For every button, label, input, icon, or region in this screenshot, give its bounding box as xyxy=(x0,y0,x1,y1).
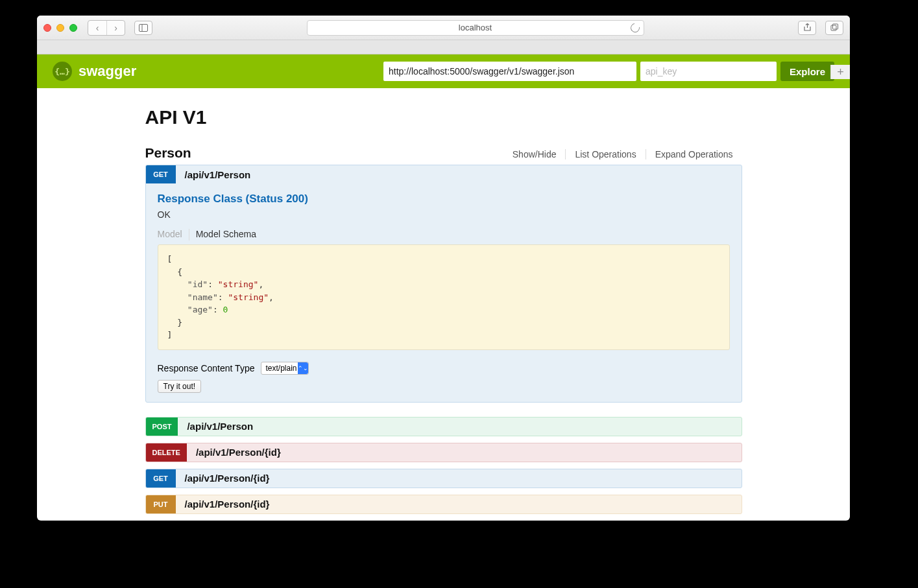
tabs-button[interactable] xyxy=(825,21,843,35)
minimize-icon[interactable] xyxy=(56,24,64,32)
tab-model[interactable]: Model xyxy=(158,229,189,241)
operations-list: POST/api/v1/PersonDELETE/api/v1/Person/{… xyxy=(145,417,742,514)
operation-path: /api/v1/Person xyxy=(178,421,253,432)
operation-get-person: GET /api/v1/Person Response Class (Statu… xyxy=(145,165,742,403)
explore-button[interactable]: Explore xyxy=(780,62,834,81)
tab-model-schema[interactable]: Model Schema xyxy=(196,229,263,241)
method-badge: DELETE xyxy=(146,443,187,462)
resource-header: Person Show/Hide List Operations Expand … xyxy=(145,145,742,161)
expand-operations-link[interactable]: Expand Operations xyxy=(646,149,742,159)
maximize-icon[interactable] xyxy=(69,24,77,32)
titlebar: ‹ › localhost xyxy=(37,16,850,40)
close-icon[interactable] xyxy=(43,24,51,32)
try-it-out-button[interactable]: Try it out! xyxy=(158,380,202,393)
operation-path: /api/v1/Person/{id} xyxy=(176,499,270,510)
operation-path: /api/v1/Person xyxy=(176,169,251,180)
operation-links: Show/Hide List Operations Expand Operati… xyxy=(503,149,742,159)
operation-row[interactable]: DELETE/api/v1/Person/{id} xyxy=(145,443,742,462)
forward-button[interactable]: › xyxy=(106,21,125,35)
method-badge: GET xyxy=(146,165,176,183)
operation-header[interactable]: GET /api/v1/Person xyxy=(146,165,742,183)
content-type-select[interactable]: text/plain ⌃⌄ xyxy=(261,362,309,375)
back-button[interactable]: ‹ xyxy=(88,21,106,35)
swagger-logo-icon: {…} xyxy=(53,62,72,81)
chevron-updown-icon: ⌃⌄ xyxy=(298,362,308,374)
resource-name[interactable]: Person xyxy=(145,145,191,161)
swagger-brand-text: swagger xyxy=(79,63,136,80)
tab-strip: + xyxy=(37,40,850,54)
new-tab-button[interactable]: + xyxy=(830,65,850,79)
share-button[interactable] xyxy=(798,21,816,35)
operation-row[interactable]: GET/api/v1/Person/{id} xyxy=(145,469,742,488)
traffic-lights xyxy=(43,24,77,32)
svg-rect-0 xyxy=(139,24,148,31)
reload-icon[interactable] xyxy=(629,21,641,34)
nav-buttons: ‹ › xyxy=(88,20,125,36)
method-badge: POST xyxy=(146,417,178,436)
method-badge: PUT xyxy=(146,495,176,513)
show-hide-link[interactable]: Show/Hide xyxy=(503,149,566,159)
api-title: API V1 xyxy=(145,106,742,128)
operation-path: /api/v1/Person/{id} xyxy=(187,447,281,458)
model-schema-code[interactable]: [ { "id": "string", "name": "string", "a… xyxy=(158,244,730,350)
list-operations-link[interactable]: List Operations xyxy=(565,149,645,159)
svg-rect-2 xyxy=(831,25,836,30)
response-class-title: Response Class (Status 200) xyxy=(158,193,730,206)
svg-rect-3 xyxy=(832,24,838,29)
address-text: localhost xyxy=(459,23,492,32)
swagger-logo: {…} swagger xyxy=(53,62,136,81)
browser-window: ‹ › localhost + {…} swagger Explore xyxy=(37,16,850,521)
api-key-input[interactable] xyxy=(640,62,777,81)
response-content-type-label: Response Content Type xyxy=(158,363,255,373)
sidebar-toggle-button[interactable] xyxy=(134,21,152,35)
operation-row[interactable]: POST/api/v1/Person xyxy=(145,417,742,436)
operation-row[interactable]: PUT/api/v1/Person/{id} xyxy=(145,495,742,514)
response-status-text: OK xyxy=(158,209,730,220)
swagger-url-input[interactable] xyxy=(383,62,636,81)
address-bar[interactable]: localhost xyxy=(307,20,644,36)
method-badge: GET xyxy=(146,469,176,488)
operation-path: /api/v1/Person/{id} xyxy=(176,473,270,484)
content-type-value: text/plain xyxy=(265,364,296,373)
swagger-header: {…} swagger Explore xyxy=(37,54,850,88)
